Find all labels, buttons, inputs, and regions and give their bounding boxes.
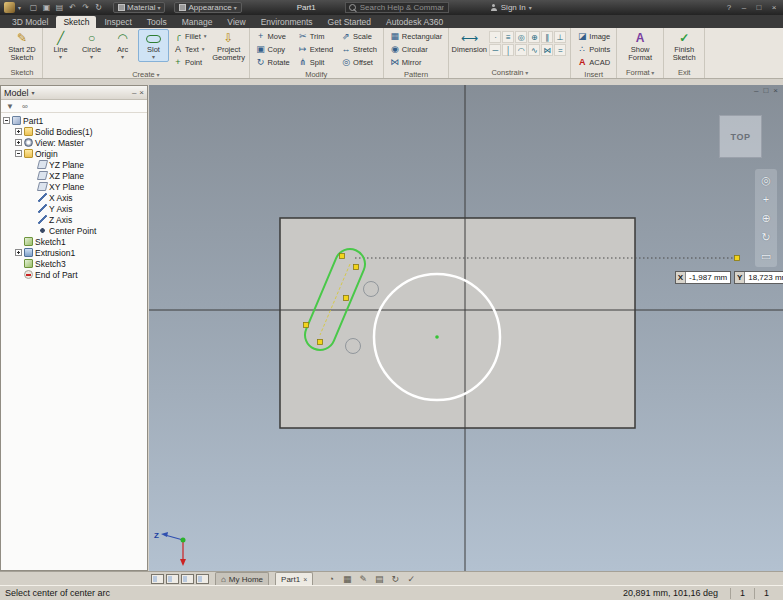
tree-item-solid-bodies[interactable]: Solid Bodies(1) [1,126,147,137]
collinear-constraint-icon[interactable]: ≡ [502,31,514,43]
trim-button[interactable]: ✂Trim [296,30,335,42]
slot-grip[interactable] [354,265,359,270]
tree-item-y-axis[interactable]: Y Axis [1,203,147,214]
slot-grip[interactable] [344,296,349,301]
symmetric-constraint-icon[interactable]: ⋈ [541,44,553,56]
circular-pattern-button[interactable]: ◉Circular [388,43,444,55]
tab-my-home[interactable]: ⌂ My Home [215,572,269,585]
cascade-windows-icon[interactable] [166,574,179,584]
horizontal-constraint-icon[interactable]: ─ [489,44,501,56]
expander-icon[interactable] [3,117,10,124]
split-button[interactable]: ⋔Split [296,56,335,68]
search-tree-icon[interactable]: ∞ [22,102,28,111]
coincident-constraint-icon[interactable]: ∙ [489,31,501,43]
tab-get-started[interactable]: Get Started [321,16,378,29]
tree-item-extrusion1[interactable]: Extrusion1 [1,247,147,258]
maximize-icon[interactable]: □ [754,3,764,12]
expander-icon[interactable] [15,249,22,256]
panel-label-format[interactable]: Format [617,68,663,78]
extend-button[interactable]: ↦Extend [296,43,335,55]
copy-button[interactable]: ▣Copy [254,43,292,55]
slot-tool-button[interactable]: Slot [138,29,169,62]
material-dropdown[interactable]: Material ▾ [113,2,165,13]
tab-part1-document[interactable]: Part1 × [275,572,313,585]
close-icon[interactable]: × [769,3,779,12]
fillet-tool-button[interactable]: ╭ Fillet [171,30,209,42]
coordinate-y-value[interactable]: 18,723 mm [745,272,783,283]
tile-windows-icon[interactable] [151,574,164,584]
coordinate-y-input[interactable]: Y 18,723 mm [734,271,783,284]
finish-sketch-button[interactable]: ✓ Finish Sketch [666,29,702,64]
parallel-constraint-icon[interactable]: ∥ [541,31,553,43]
tab-3d-model[interactable]: 3D Model [5,16,55,29]
slot-grip[interactable] [304,323,309,328]
look-at-icon[interactable]: ▭ [758,248,775,264]
doc-restore-icon[interactable]: □ [763,86,768,95]
perpendicular-constraint-icon[interactable]: ⊥ [554,31,566,43]
sketch-canvas[interactable]: Z X [149,85,783,571]
sheet-icon[interactable]: ▤ [373,574,385,584]
open-icon[interactable]: ▣ [41,2,52,13]
line-tool-button[interactable]: ╱ Line [45,29,76,62]
circle-center-point[interactable] [435,335,439,339]
undo-icon[interactable]: ↶ [67,2,78,13]
new-icon[interactable]: ▢ [28,2,39,13]
chevron-down-icon[interactable]: ▾ [32,89,35,96]
graphics-viewport[interactable]: Z X – □ × TOP ◎ + ⊕ ↻ ▭ X -1,987 mm Y [149,85,783,571]
tree-item-origin[interactable]: Origin [1,148,147,159]
text-tool-button[interactable]: A Text [171,43,209,55]
filter-icon[interactable]: ▼ [6,102,14,111]
tab-environments[interactable]: Environments [254,16,320,29]
save-icon[interactable]: ▤ [54,2,65,13]
help-search-box[interactable] [345,2,449,13]
smooth-constraint-icon[interactable]: ∿ [528,44,540,56]
points-button[interactable]: ∴Points [575,43,612,55]
tree-item-sketch3[interactable]: Sketch3 [1,258,147,269]
point-tool-button[interactable]: + Point [171,56,209,68]
tab-inspect[interactable]: Inspect [97,16,138,29]
mirror-button[interactable]: ⋈Mirror [388,56,444,68]
tab-close-icon[interactable]: × [303,576,307,583]
cursor-grip[interactable] [735,256,740,261]
rectangular-pattern-button[interactable]: ▦Rectangular [388,30,444,42]
appearance-dropdown[interactable]: Appearance ▾ [174,2,241,13]
tree-item-x-axis[interactable]: X Axis [1,192,147,203]
tree-item-xz-plane[interactable]: XZ Plane [1,170,147,181]
tree-item-yz-plane[interactable]: YZ Plane [1,159,147,170]
concentric-constraint-icon[interactable]: ◎ [515,31,527,43]
navigation-wheel-icon[interactable]: ◎ [758,172,775,188]
doc-minimize-icon[interactable]: – [754,86,758,95]
tab-view[interactable]: View [220,16,252,29]
viewcube[interactable]: TOP [719,115,762,158]
tab-tools[interactable]: Tools [140,16,174,29]
expander-icon[interactable] [15,150,22,157]
project-geometry-button[interactable]: ⇩ Project Geometry [211,29,247,64]
arrange-windows-icon[interactable] [181,574,194,584]
tab-sketch[interactable]: Sketch [56,16,96,29]
tab-autodesk-a360[interactable]: Autodesk A360 [379,16,450,29]
zoom-icon[interactable]: ⊕ [758,210,775,226]
check-icon[interactable]: ✓ [405,574,417,584]
fix-constraint-icon[interactable]: ⊕ [528,31,540,43]
vertical-constraint-icon[interactable]: │ [502,44,514,56]
pencil-icon[interactable]: ✎ [357,574,369,584]
minimize-icon[interactable]: – [739,3,749,12]
offset-button[interactable]: ◎Offset [339,56,379,68]
start-2d-sketch-button[interactable]: ✎ Start 2D Sketch [4,29,40,64]
browser-close-icon[interactable]: × [139,88,144,97]
browser-title[interactable]: Model [4,88,29,98]
tree-item-part1[interactable]: Part1 [1,115,147,126]
image-button[interactable]: ◪Image [575,30,612,42]
move-button[interactable]: +Move [254,30,292,42]
grid-icon[interactable]: ▦ [341,574,353,584]
coordinate-x-input[interactable]: X -1,987 mm [675,271,731,284]
rotate-button[interactable]: ↻Rotate [254,56,292,68]
dimension-button[interactable]: ⟷ Dimension [451,29,487,56]
tree-item-view-master[interactable]: View: Master [1,137,147,148]
slot-grip[interactable] [340,254,345,259]
panel-label-create[interactable]: Create [43,70,249,80]
help-icon[interactable]: ? [724,3,734,12]
tree-item-sketch1[interactable]: Sketch1 [1,236,147,247]
tree-item-end-of-part[interactable]: End of Part [1,269,147,280]
slot-grip[interactable] [318,340,323,345]
